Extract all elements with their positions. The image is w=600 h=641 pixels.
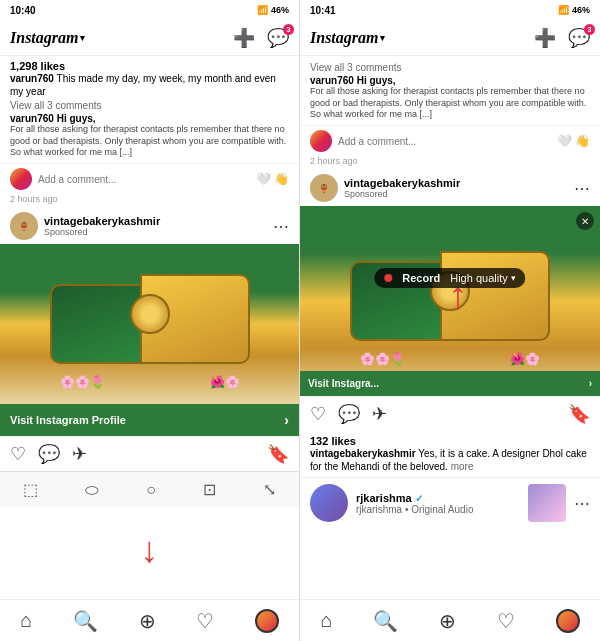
user-avatar-right [310,130,332,152]
action-bar-right: ♡ 💬 ✈ 🔖 [300,396,600,431]
sponsored-header-right: 🏺 vintagebakerykashmir Sponsored ⋯ [300,170,600,206]
hq-label[interactable]: High quality ▾ [450,272,515,284]
right-panel: 10:41 📶 46% Instagram ▾ ➕ 💬 3 View all 3… [300,0,600,641]
sponsor-info-right: vintagebakerykashmir Sponsored [344,177,460,199]
caption-right: vintagebakerykashmir Yes, it is a cake. … [310,447,590,473]
status-battery-left: 📶 46% [257,5,289,15]
audio-avatar [310,484,348,522]
post-image-right: 🌸🌸🌷 🌺🌸 ✕ Visit Instagra... › Record High… [300,206,600,396]
emoji-icons-right[interactable]: 🤍 👋 [557,134,590,148]
cake-visual-left: 🌸🌸🌷 🌺🌸 [0,244,299,404]
status-time-right: 10:41 [310,5,336,16]
verified-badge: ✓ [415,493,423,504]
sponsor-avatar-right: 🏺 [310,174,338,202]
emoji-icons-left[interactable]: 🤍 👋 [256,172,289,186]
visit-chevron-right: › [589,378,592,389]
visit-ig-btn-right[interactable]: Visit Instagra... › [300,371,600,396]
nav-home-right[interactable]: ⌂ [320,609,332,632]
header-icons-left: ➕ 💬 3 [233,27,289,49]
time-ago-left: 2 hours ago [0,194,299,208]
audio-thumbnail [528,484,566,522]
audio-more-dots[interactable]: ⋯ [574,494,590,513]
ig-header-right: Instagram ▾ ➕ 💬 3 [300,20,600,56]
user-avatar-left [10,168,32,190]
audio-sub: rjkarishma • Original Audio [356,504,520,515]
add-comment-row-right: 🤍 👋 [300,125,600,156]
comment-body-left: For all those asking for therapist conta… [10,124,289,159]
comment-preview-right: varun760 Hi guys, [310,75,590,86]
audio-info: rjkarishma ✓ rjkarishma • Original Audio [356,492,520,515]
header-icons-right: ➕ 💬 3 [534,27,590,49]
new-post-icon-left[interactable]: ➕ [233,27,255,49]
share-icon-left[interactable]: ✈ [72,443,87,465]
nav-search-left[interactable]: 🔍 [73,609,98,633]
capture-circle-icon[interactable]: ○ [146,481,156,499]
view-comments-left[interactable]: View all 3 comments [10,100,289,111]
visit-profile-btn-left[interactable]: Visit Instagram Profile › [0,404,299,436]
like-icon-left[interactable]: ♡ [10,443,26,465]
nav-add-right[interactable]: ⊕ [439,609,456,633]
nav-avatar-right[interactable] [556,609,580,633]
like-icon-right[interactable]: ♡ [310,403,326,425]
more-dots-right[interactable]: ⋯ [574,179,590,198]
bottom-nav-left: ⌂ 🔍 ⊕ ♡ [0,599,299,641]
comment-body-right: For all those asking for therapist conta… [310,86,590,121]
likes-count-right: 132 likes [310,435,590,447]
sponsor-info-left: vintagebakerykashmir Sponsored [44,215,160,237]
nav-likes-left[interactable]: ♡ [196,609,214,633]
post-meta-top-right: View all 3 comments varun760 Hi guys, Fo… [300,56,600,125]
audio-username: rjkarishma ✓ [356,492,520,504]
comment-icon-right[interactable]: 💬 [338,403,360,425]
caption-left: varun760 This made my day, my week, my m… [10,72,289,98]
add-comment-row-left: 🤍 👋 [0,163,299,194]
new-post-icon-right[interactable]: ➕ [534,27,556,49]
signal-icons-right: 📶 [558,5,569,15]
status-bar-left: 10:40 📶 46% [0,0,299,20]
visit-chevron-left: › [284,412,289,428]
capture-toolbar: ⬚ ⬭ ○ ⊡ ⤡ [0,471,299,507]
close-ad-button[interactable]: ✕ [576,212,594,230]
bottom-nav-right: ⌂ 🔍 ⊕ ♡ [300,599,600,641]
status-battery-right: 📶 46% [558,5,590,15]
arrow-overlay-left: ↓ [141,529,159,571]
time-ago-right: 2 hours ago [300,156,600,170]
nav-add-left[interactable]: ⊕ [139,609,156,633]
post-scroll-left: 1,298 likes varun760 This made my day, m… [0,56,299,599]
add-comment-input-right[interactable] [338,136,551,147]
nav-likes-right[interactable]: ♡ [497,609,515,633]
post-meta-top-left: 1,298 likes varun760 This made my day, m… [0,56,299,163]
capture-rect-icon[interactable]: ⬚ [23,480,38,499]
comment-preview-left: varun760 Hi guys, [10,113,289,124]
add-comment-input-left[interactable] [38,174,250,185]
messages-badge-left: 3 [283,24,294,35]
messages-icon-left[interactable]: 💬 3 [267,27,289,49]
nav-search-right[interactable]: 🔍 [373,609,398,633]
comment-icon-left[interactable]: 💬 [38,443,60,465]
record-dot [384,274,392,282]
signal-icons-left: 📶 [257,5,268,15]
capture-grid-icon[interactable]: ⊡ [203,480,216,499]
messages-icon-right[interactable]: 💬 3 [568,27,590,49]
nav-home-left[interactable]: ⌂ [20,609,32,632]
record-bar[interactable]: Record High quality ▾ [374,268,525,288]
post-image-left: 🌸🌸🌷 🌺🌸 [0,244,299,404]
audio-post-row: rjkarishma ✓ rjkarishma • Original Audio… [300,477,600,528]
nav-avatar-left[interactable] [255,609,279,633]
bookmark-icon-left[interactable]: 🔖 [267,443,289,465]
left-panel: 10:40 📶 46% Instagram ▾ ➕ 💬 3 1,298 like… [0,0,300,641]
capture-oval-icon[interactable]: ⬭ [85,481,99,499]
view-comments-right[interactable]: View all 3 comments [310,62,590,73]
sponsor-avatar-left: 🏺 [10,212,38,240]
messages-badge-right: 3 [584,24,595,35]
status-bar-right: 10:41 📶 46% [300,0,600,20]
action-bar-left: ♡ 💬 ✈ 🔖 [0,436,299,471]
ig-logo-right[interactable]: Instagram ▾ [310,29,385,47]
more-dots-left[interactable]: ⋯ [273,217,289,236]
bookmark-icon-right[interactable]: 🔖 [568,403,590,425]
capture-expand-icon[interactable]: ⤡ [263,480,276,499]
record-label: Record [402,272,440,284]
ig-logo-left[interactable]: Instagram ▾ [10,29,85,47]
share-icon-right[interactable]: ✈ [372,403,387,425]
sponsored-header-left: 🏺 vintagebakerykashmir Sponsored ⋯ [0,208,299,244]
post-meta-bottom-right: 132 likes vintagebakerykashmir Yes, it i… [300,431,600,477]
